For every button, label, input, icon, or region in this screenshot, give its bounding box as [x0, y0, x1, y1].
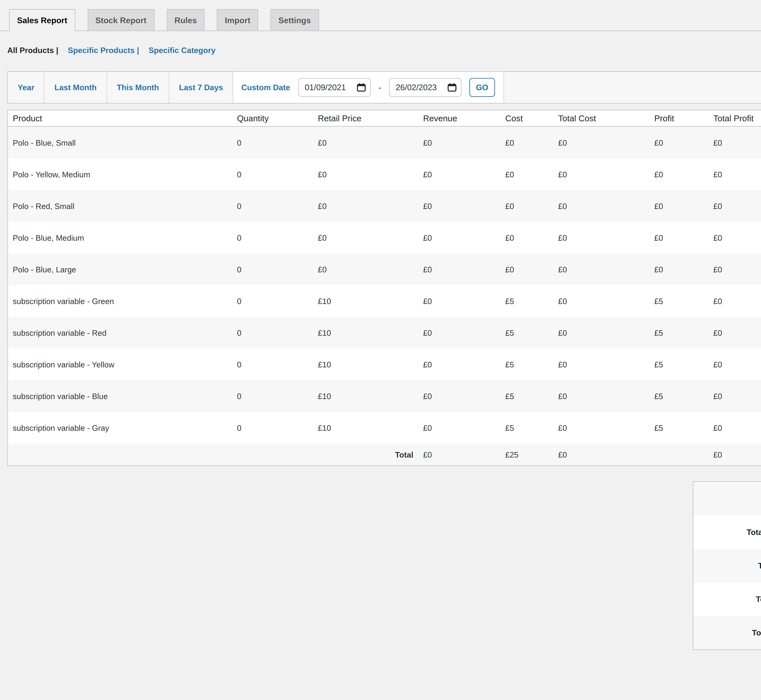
filter-last-7-days[interactable]: Last 7 Days [169, 72, 234, 103]
revenue-cell: £0 [418, 190, 501, 222]
table-row: subscription variable - Yellow 0 £10 £0 … [8, 348, 761, 380]
total-total-profit: £0 [708, 444, 761, 466]
sales-report-table: Product Quantity Retail Price Revenue Co… [7, 110, 761, 466]
summary-label: Revenue [693, 481, 761, 516]
profit-cell: £0 [649, 253, 708, 285]
col-retail-price: Retail Price [313, 110, 418, 127]
total-cost-cell: £0 [553, 285, 649, 317]
tab-import[interactable]: Import [217, 9, 258, 31]
cost-cell: £5 [501, 348, 554, 380]
profit-cell: £5 [649, 348, 708, 380]
total-profit [649, 444, 708, 466]
product-cell: subscription variable - Green [8, 285, 232, 317]
retail-price-cell: £10 [313, 348, 418, 380]
col-total-cost: Total Cost [553, 110, 649, 127]
table-row: subscription variable - Blue 0 £10 £0 £5… [8, 380, 761, 412]
col-quantity: Quantity [232, 110, 313, 127]
summary-box: Revenue £ 0 Total Cost Of Goods £0 Total… [693, 481, 761, 650]
filter-this-month[interactable]: This Month [107, 72, 169, 103]
empty-cell [8, 444, 232, 466]
tab-stock-report[interactable]: Stock Report [87, 9, 154, 31]
date-range-separator: - [378, 83, 381, 92]
total-label: Total [313, 444, 418, 466]
quantity-cell: 0 [232, 285, 313, 317]
filter-bar-spacer [504, 72, 761, 103]
revenue-cell: £0 [418, 285, 501, 317]
retail-price-cell: £10 [313, 317, 418, 348]
total-profit-cell: £0 [708, 412, 761, 444]
total-profit-cell: £0 [708, 190, 761, 222]
quantity-cell: 0 [232, 253, 313, 285]
filter-custom-date[interactable]: Custom Date [242, 83, 290, 92]
profit-cell: £5 [649, 380, 708, 412]
summary-label: Total Order Fee [693, 583, 761, 616]
product-cell: subscription variable - Red [8, 317, 232, 348]
profit-cell: £5 [649, 317, 708, 348]
table-row: Polo - Blue, Medium 0 £0 £0 £0 £0 £0 £0 [8, 222, 761, 253]
retail-price-cell: £10 [313, 380, 418, 412]
filter-last-month[interactable]: Last Month [45, 72, 107, 103]
total-profit-cell: £0 [708, 348, 761, 380]
revenue-cell: £0 [418, 222, 501, 253]
summary-row: Total shipping £0 [693, 549, 761, 583]
total-cost-cell: £0 [553, 190, 649, 222]
cost-cell: £0 [501, 190, 554, 222]
sales-report-page: Sales Report Stock Report Rules Import S… [0, 0, 761, 700]
tab-sales-report[interactable]: Sales Report [9, 9, 75, 31]
filter-specific-products[interactable]: Specific Products | [68, 46, 139, 55]
total-cost-cell: £0 [553, 127, 649, 158]
total-profit-cell: £0 [708, 285, 761, 317]
total-profit-cell: £0 [708, 253, 761, 285]
custom-date-section: Custom Date - GO [234, 72, 504, 103]
date-filter-bar: Year Last Month This Month Last 7 Days C… [7, 71, 761, 103]
cost-cell: £5 [501, 285, 554, 317]
summary-row: Revenue £ 0 [693, 481, 761, 516]
tab-rules[interactable]: Rules [167, 9, 205, 31]
filter-all-products[interactable]: All Products | [7, 46, 58, 55]
go-button[interactable]: GO [469, 78, 495, 97]
profit-cell: £0 [649, 222, 708, 253]
total-profit-cell: £0 [708, 158, 761, 190]
filter-year[interactable]: Year [8, 72, 45, 103]
total-cost-cell: £0 [553, 380, 649, 412]
filter-specific-category[interactable]: Specific Category [149, 46, 215, 55]
table-row: Polo - Red, Small 0 £0 £0 £0 £0 £0 £0 [8, 190, 761, 222]
tab-settings[interactable]: Settings [270, 9, 319, 31]
table-row: subscription variable - Green 0 £10 £0 £… [8, 285, 761, 317]
end-date-input[interactable] [389, 78, 462, 97]
col-cost: Cost [501, 110, 554, 127]
empty-cell [232, 444, 313, 466]
summary-label: Total shipping [693, 549, 761, 583]
quantity-cell: 0 [232, 222, 313, 253]
revenue-cell: £0 [418, 412, 501, 444]
cost-cell: £0 [501, 253, 554, 285]
product-cell: subscription variable - Yellow [8, 348, 232, 380]
retail-price-cell: £0 [313, 127, 418, 158]
product-cell: Polo - Yellow, Medium [8, 158, 232, 190]
total-profit-cell: £0 [708, 222, 761, 253]
total-total-cost: £0 [553, 444, 649, 466]
cost-cell: £5 [501, 412, 554, 444]
quantity-cell: 0 [232, 190, 313, 222]
table-row: subscription variable - Gray 0 £10 £0 £5… [8, 412, 761, 444]
tab-bar: Sales Report Stock Report Rules Import S… [0, 0, 761, 31]
col-product: Product [8, 110, 232, 127]
summary-row: Total Cost Of Goods £0 [693, 516, 761, 549]
profit-cell: £0 [649, 158, 708, 190]
pagination: 1 2 [0, 679, 761, 694]
profit-cell: £0 [649, 127, 708, 158]
start-date-input[interactable] [298, 78, 370, 97]
retail-price-cell: £0 [313, 253, 418, 285]
product-cell: Polo - Blue, Medium [8, 222, 232, 253]
product-cell: Polo - Blue, Large [8, 253, 232, 285]
total-cost-cell: £0 [553, 253, 649, 285]
summary-label: Total Cost Of Goods [693, 516, 761, 549]
revenue-cell: £0 [418, 127, 501, 158]
cost-cell: £0 [501, 222, 554, 253]
quantity-cell: 0 [232, 380, 313, 412]
table-row: Polo - Yellow, Medium 0 £0 £0 £0 £0 £0 £… [8, 158, 761, 190]
table-row: Polo - Blue, Small 0 £0 £0 £0 £0 £0 £0 [8, 127, 761, 158]
summary-row: Total Order Fee £67.6 [693, 583, 761, 616]
start-date-wrap [298, 78, 370, 97]
profit-cell: £0 [649, 190, 708, 222]
